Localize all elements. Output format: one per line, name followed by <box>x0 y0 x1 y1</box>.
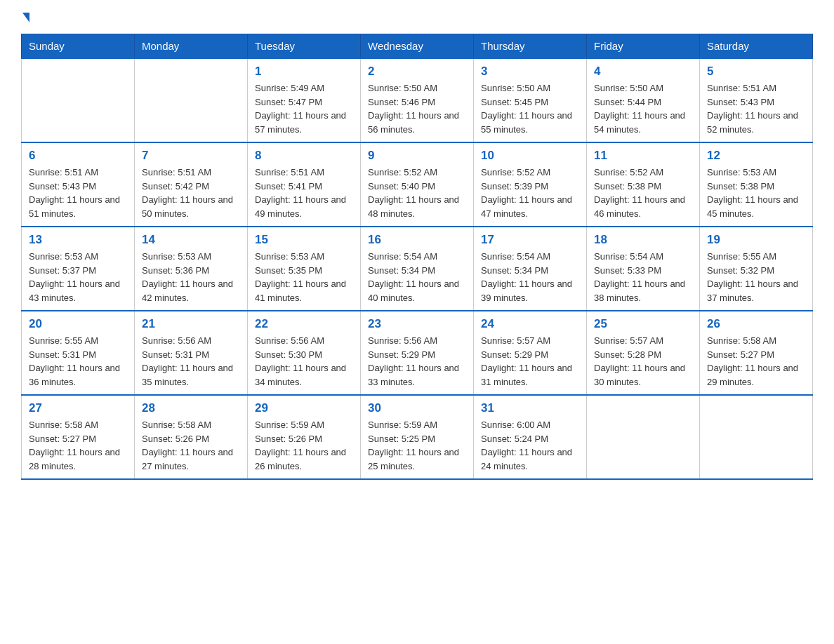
day-number: 10 <box>481 149 579 163</box>
day-number: 14 <box>142 233 240 247</box>
day-number: 22 <box>255 317 353 331</box>
day-cell <box>587 395 700 479</box>
day-info: Sunrise: 5:51 AMSunset: 5:41 PMDaylight:… <box>255 166 353 220</box>
week-row-4: 20Sunrise: 5:55 AMSunset: 5:31 PMDayligh… <box>22 311 813 395</box>
day-cell: 31Sunrise: 6:00 AMSunset: 5:24 PMDayligh… <box>474 395 587 479</box>
day-cell: 9Sunrise: 5:52 AMSunset: 5:40 PMDaylight… <box>361 142 474 227</box>
day-info: Sunrise: 5:50 AMSunset: 5:44 PMDaylight:… <box>594 81 692 136</box>
day-number: 17 <box>481 233 579 247</box>
calendar-table: SundayMondayTuesdayWednesdayThursdayFrid… <box>21 34 813 480</box>
day-cell: 15Sunrise: 5:53 AMSunset: 5:35 PMDayligh… <box>248 227 361 311</box>
day-number: 27 <box>29 401 127 415</box>
day-cell: 6Sunrise: 5:51 AMSunset: 5:43 PMDaylight… <box>22 142 135 227</box>
logo-triangle-icon <box>22 13 29 22</box>
day-number: 2 <box>368 65 466 79</box>
day-cell: 11Sunrise: 5:52 AMSunset: 5:38 PMDayligh… <box>587 142 700 227</box>
day-number: 30 <box>368 401 466 415</box>
day-cell <box>22 58 135 142</box>
day-cell: 17Sunrise: 5:54 AMSunset: 5:34 PMDayligh… <box>474 227 587 311</box>
day-number: 31 <box>481 401 579 415</box>
weekday-header-sunday: Sunday <box>22 34 135 59</box>
day-number: 21 <box>142 317 240 331</box>
day-info: Sunrise: 5:51 AMSunset: 5:42 PMDaylight:… <box>142 166 240 220</box>
day-number: 4 <box>594 65 692 79</box>
day-number: 24 <box>481 317 579 331</box>
day-number: 13 <box>29 233 127 247</box>
day-cell: 8Sunrise: 5:51 AMSunset: 5:41 PMDaylight… <box>248 142 361 227</box>
day-cell: 29Sunrise: 5:59 AMSunset: 5:26 PMDayligh… <box>248 395 361 479</box>
day-info: Sunrise: 5:57 AMSunset: 5:28 PMDaylight:… <box>594 334 692 389</box>
day-number: 12 <box>707 149 805 163</box>
day-info: Sunrise: 5:55 AMSunset: 5:31 PMDaylight:… <box>29 334 127 389</box>
day-info: Sunrise: 5:54 AMSunset: 5:34 PMDaylight:… <box>368 250 466 304</box>
day-cell: 10Sunrise: 5:52 AMSunset: 5:39 PMDayligh… <box>474 142 587 227</box>
day-number: 3 <box>481 65 579 79</box>
day-info: Sunrise: 5:59 AMSunset: 5:26 PMDaylight:… <box>255 418 353 473</box>
calendar-header: SundayMondayTuesdayWednesdayThursdayFrid… <box>22 34 813 59</box>
day-info: Sunrise: 5:49 AMSunset: 5:47 PMDaylight:… <box>255 81 353 136</box>
weekday-header-monday: Monday <box>135 34 248 59</box>
day-info: Sunrise: 5:51 AMSunset: 5:43 PMDaylight:… <box>707 81 805 136</box>
day-cell: 25Sunrise: 5:57 AMSunset: 5:28 PMDayligh… <box>587 311 700 395</box>
day-number: 25 <box>594 317 692 331</box>
day-cell: 27Sunrise: 5:58 AMSunset: 5:27 PMDayligh… <box>22 395 135 479</box>
day-info: Sunrise: 5:54 AMSunset: 5:33 PMDaylight:… <box>594 250 692 304</box>
day-info: Sunrise: 5:54 AMSunset: 5:34 PMDaylight:… <box>481 250 579 304</box>
day-cell <box>700 395 813 479</box>
weekday-header-row: SundayMondayTuesdayWednesdayThursdayFrid… <box>22 34 813 59</box>
day-info: Sunrise: 5:56 AMSunset: 5:30 PMDaylight:… <box>255 334 353 389</box>
day-info: Sunrise: 5:53 AMSunset: 5:38 PMDaylight:… <box>707 166 805 220</box>
logo <box>21 14 29 24</box>
week-row-2: 6Sunrise: 5:51 AMSunset: 5:43 PMDaylight… <box>22 142 813 227</box>
day-info: Sunrise: 5:53 AMSunset: 5:36 PMDaylight:… <box>142 250 240 304</box>
day-cell: 4Sunrise: 5:50 AMSunset: 5:44 PMDaylight… <box>587 58 700 142</box>
day-number: 28 <box>142 401 240 415</box>
day-cell: 21Sunrise: 5:56 AMSunset: 5:31 PMDayligh… <box>135 311 248 395</box>
header <box>21 14 813 24</box>
day-cell: 3Sunrise: 5:50 AMSunset: 5:45 PMDaylight… <box>474 58 587 142</box>
weekday-header-thursday: Thursday <box>474 34 587 59</box>
day-info: Sunrise: 5:51 AMSunset: 5:43 PMDaylight:… <box>29 166 127 220</box>
day-info: Sunrise: 5:59 AMSunset: 5:25 PMDaylight:… <box>368 418 466 473</box>
day-info: Sunrise: 5:53 AMSunset: 5:35 PMDaylight:… <box>255 250 353 304</box>
day-number: 5 <box>707 65 805 79</box>
day-number: 29 <box>255 401 353 415</box>
day-number: 7 <box>142 149 240 163</box>
day-cell: 28Sunrise: 5:58 AMSunset: 5:26 PMDayligh… <box>135 395 248 479</box>
day-cell: 19Sunrise: 5:55 AMSunset: 5:32 PMDayligh… <box>700 227 813 311</box>
day-info: Sunrise: 5:58 AMSunset: 5:27 PMDaylight:… <box>707 334 805 389</box>
day-cell: 26Sunrise: 5:58 AMSunset: 5:27 PMDayligh… <box>700 311 813 395</box>
weekday-header-tuesday: Tuesday <box>248 34 361 59</box>
day-cell: 16Sunrise: 5:54 AMSunset: 5:34 PMDayligh… <box>361 227 474 311</box>
day-info: Sunrise: 5:58 AMSunset: 5:26 PMDaylight:… <box>142 418 240 473</box>
day-info: Sunrise: 5:50 AMSunset: 5:45 PMDaylight:… <box>481 81 579 136</box>
week-row-3: 13Sunrise: 5:53 AMSunset: 5:37 PMDayligh… <box>22 227 813 311</box>
day-info: Sunrise: 5:50 AMSunset: 5:46 PMDaylight:… <box>368 81 466 136</box>
day-cell: 14Sunrise: 5:53 AMSunset: 5:36 PMDayligh… <box>135 227 248 311</box>
day-number: 26 <box>707 317 805 331</box>
day-number: 11 <box>594 149 692 163</box>
day-info: Sunrise: 5:52 AMSunset: 5:38 PMDaylight:… <box>594 166 692 220</box>
day-cell: 1Sunrise: 5:49 AMSunset: 5:47 PMDaylight… <box>248 58 361 142</box>
weekday-header-wednesday: Wednesday <box>361 34 474 59</box>
day-number: 1 <box>255 65 353 79</box>
day-number: 16 <box>368 233 466 247</box>
day-cell: 30Sunrise: 5:59 AMSunset: 5:25 PMDayligh… <box>361 395 474 479</box>
day-number: 9 <box>368 149 466 163</box>
day-cell: 22Sunrise: 5:56 AMSunset: 5:30 PMDayligh… <box>248 311 361 395</box>
day-cell: 13Sunrise: 5:53 AMSunset: 5:37 PMDayligh… <box>22 227 135 311</box>
day-number: 6 <box>29 149 127 163</box>
day-cell: 2Sunrise: 5:50 AMSunset: 5:46 PMDaylight… <box>361 58 474 142</box>
day-info: Sunrise: 5:56 AMSunset: 5:29 PMDaylight:… <box>368 334 466 389</box>
day-number: 15 <box>255 233 353 247</box>
day-cell: 20Sunrise: 5:55 AMSunset: 5:31 PMDayligh… <box>22 311 135 395</box>
day-number: 23 <box>368 317 466 331</box>
day-cell: 7Sunrise: 5:51 AMSunset: 5:42 PMDaylight… <box>135 142 248 227</box>
calendar-body: 1Sunrise: 5:49 AMSunset: 5:47 PMDaylight… <box>22 58 813 479</box>
day-cell: 5Sunrise: 5:51 AMSunset: 5:43 PMDaylight… <box>700 58 813 142</box>
day-info: Sunrise: 5:52 AMSunset: 5:40 PMDaylight:… <box>368 166 466 220</box>
day-number: 18 <box>594 233 692 247</box>
day-cell <box>135 58 248 142</box>
weekday-header-friday: Friday <box>587 34 700 59</box>
day-cell: 23Sunrise: 5:56 AMSunset: 5:29 PMDayligh… <box>361 311 474 395</box>
